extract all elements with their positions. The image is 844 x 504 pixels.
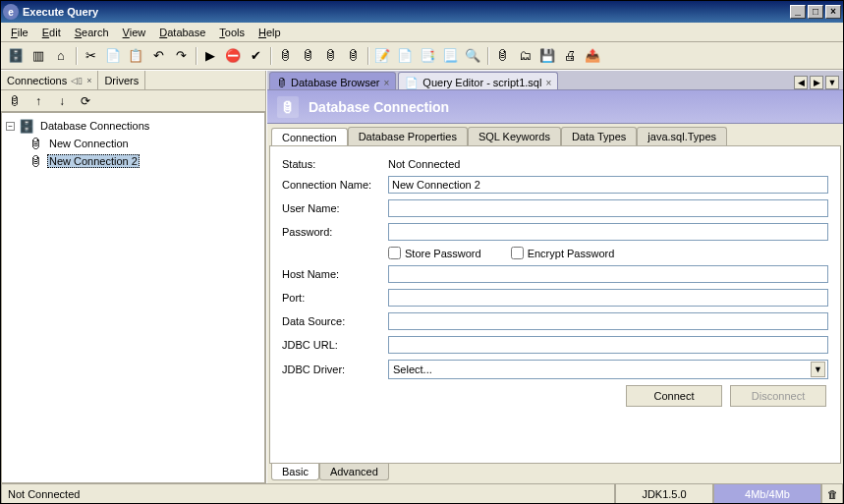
section-header: 🛢 Database Connection: [267, 90, 843, 124]
statusbar: Not Connected JDK1.5.0 4Mb/4Mb 🗑: [1, 483, 843, 503]
tb-cut-icon[interactable]: ✂: [80, 45, 101, 67]
tb-save-icon[interactable]: 💾: [536, 45, 558, 67]
menu-search[interactable]: Search: [69, 25, 115, 40]
menu-tools[interactable]: Tools: [213, 25, 251, 40]
section-title: Database Connection: [309, 99, 449, 115]
tab-next-icon[interactable]: ▶: [810, 76, 823, 89]
tb-connections-icon[interactable]: 🗄️: [5, 45, 27, 67]
status-jdk: JDK1.5.0: [615, 484, 713, 503]
gc-button[interactable]: 🗑: [821, 484, 843, 503]
tree-root[interactable]: − 🗄️ Database Connections: [6, 117, 260, 135]
tab-script-icon: 📄: [405, 77, 419, 89]
side-tab-drivers[interactable]: Drivers: [98, 71, 145, 89]
tb-script4-icon[interactable]: 📃: [439, 45, 461, 67]
tree-toggle-icon[interactable]: −: [6, 122, 15, 131]
editor-tab-strip: 🛢 Database Browser × 📄 Query Editor - sc…: [267, 71, 843, 90]
status-memory: 4Mb/4Mb: [713, 484, 821, 503]
tab-close-icon[interactable]: ×: [545, 78, 551, 88]
tb-script3-icon[interactable]: 📑: [417, 45, 438, 67]
menu-view[interactable]: View: [117, 25, 152, 40]
port-input[interactable]: [388, 289, 828, 307]
app-window: e Execute Query _ □ × File Edit Search V…: [0, 0, 844, 504]
form-mode-tabs: Basic Advanced: [267, 464, 843, 483]
tab-java-sql-types[interactable]: java.sql.Types: [637, 127, 727, 145]
tb-db2-icon[interactable]: 🛢: [297, 45, 318, 67]
left-panel: Connections ◁▯ × Drivers 🛢 ↑ ↓ ⟳ − 🗄️ Da…: [1, 71, 266, 483]
tb-copy-icon[interactable]: 📄: [102, 45, 124, 67]
tb-script5-icon[interactable]: 🔍: [462, 45, 483, 67]
tab-data-types[interactable]: Data Types: [561, 127, 637, 145]
tab-minimize-icon[interactable]: ◁▯: [71, 76, 83, 85]
host-label: Host Name:: [282, 268, 388, 280]
connection-icon: 🛢: [28, 153, 43, 169]
menu-database[interactable]: Database: [153, 25, 211, 40]
tb-undo-icon[interactable]: ↶: [147, 45, 169, 67]
tab-close-icon[interactable]: ×: [384, 78, 390, 88]
tab-basic[interactable]: Basic: [271, 464, 319, 480]
tab-query-editor[interactable]: 📄 Query Editor - script1.sql ×: [398, 72, 558, 89]
tb-editor-icon[interactable]: ▥: [28, 45, 49, 67]
tree-item-conn2[interactable]: 🛢 New Connection 2: [6, 152, 260, 170]
tab-close-icon[interactable]: ×: [86, 76, 91, 85]
tab-sql-keywords[interactable]: SQL Keywords: [468, 127, 561, 145]
status-label: Status:: [282, 158, 388, 170]
folder-icon: 🗄️: [19, 118, 34, 134]
tb-export-icon[interactable]: 📤: [582, 45, 603, 67]
tree-item-conn1[interactable]: 🛢 New Connection: [6, 135, 260, 152]
tb-script1-icon[interactable]: 📝: [371, 45, 393, 67]
connection-form: Status: Not Connected Connection Name: U…: [269, 145, 841, 464]
password-input[interactable]: [388, 223, 828, 241]
encrypt-password-checkbox[interactable]: Encrypt Password: [511, 247, 615, 259]
menu-help[interactable]: Help: [253, 25, 287, 40]
tb-separator: [484, 45, 490, 67]
tb-print-icon[interactable]: 🖨: [559, 45, 581, 67]
tab-label: Database Browser: [291, 77, 380, 88]
tb-tool2-icon[interactable]: 🗂: [514, 45, 535, 67]
conn-refresh-icon[interactable]: ⟳: [78, 93, 93, 109]
chk-label: Store Password: [405, 248, 481, 259]
password-label: Password:: [282, 226, 388, 238]
status-value: Not Connected: [388, 158, 828, 170]
username-input[interactable]: [388, 199, 828, 217]
tab-menu-icon[interactable]: ▼: [825, 76, 839, 89]
tb-browser-icon[interactable]: ⌂: [50, 45, 72, 67]
tb-run-icon[interactable]: ▶: [199, 45, 221, 67]
disconnect-button[interactable]: Disconnect: [730, 385, 826, 407]
menu-edit[interactable]: Edit: [36, 25, 67, 40]
maximize-button[interactable]: □: [808, 5, 823, 19]
tab-advanced[interactable]: Advanced: [319, 464, 389, 480]
tb-db3-icon[interactable]: 🛢: [319, 45, 341, 67]
tab-db-properties[interactable]: Database Properties: [348, 127, 468, 145]
tb-stop-icon[interactable]: ⛔: [222, 45, 244, 67]
tab-connection[interactable]: Connection: [271, 128, 348, 146]
tb-paste-icon[interactable]: 📋: [125, 45, 146, 67]
datasource-input[interactable]: [388, 312, 828, 330]
conn-new-icon[interactable]: 🛢: [7, 93, 23, 109]
jdbc-url-input[interactable]: [388, 336, 828, 354]
store-password-checkbox[interactable]: Store Password: [388, 247, 481, 259]
host-input[interactable]: [388, 265, 828, 283]
conn-down-icon[interactable]: ↓: [54, 93, 70, 109]
connection-name-input[interactable]: [388, 176, 828, 194]
menubar: File Edit Search View Database Tools Hel…: [1, 23, 843, 42]
tb-redo-icon[interactable]: ↷: [170, 45, 192, 67]
jdbc-driver-select[interactable]: Select... ▼: [388, 360, 828, 379]
connections-tree[interactable]: − 🗄️ Database Connections 🛢 New Connecti…: [1, 112, 265, 483]
tb-script2-icon[interactable]: 📄: [394, 45, 416, 67]
tab-prev-icon[interactable]: ◀: [794, 76, 808, 89]
connname-label: Connection Name:: [282, 179, 388, 191]
tb-separator: [267, 45, 273, 67]
right-panel: 🛢 Database Browser × 📄 Query Editor - sc…: [266, 71, 843, 483]
tb-commit-icon[interactable]: ✔: [245, 45, 266, 67]
close-button[interactable]: ×: [825, 5, 841, 19]
tb-tool1-icon[interactable]: 🛢: [491, 45, 513, 67]
tb-db4-icon[interactable]: 🛢: [342, 45, 364, 67]
tb-db1-icon[interactable]: 🛢: [274, 45, 296, 67]
database-icon: 🛢: [277, 96, 299, 118]
tab-database-browser[interactable]: 🛢 Database Browser ×: [269, 72, 396, 89]
menu-file[interactable]: File: [5, 25, 34, 40]
conn-up-icon[interactable]: ↑: [30, 93, 46, 109]
connect-button[interactable]: Connect: [626, 385, 722, 407]
minimize-button[interactable]: _: [790, 5, 806, 19]
side-tab-connections[interactable]: Connections ◁▯ ×: [1, 71, 98, 89]
